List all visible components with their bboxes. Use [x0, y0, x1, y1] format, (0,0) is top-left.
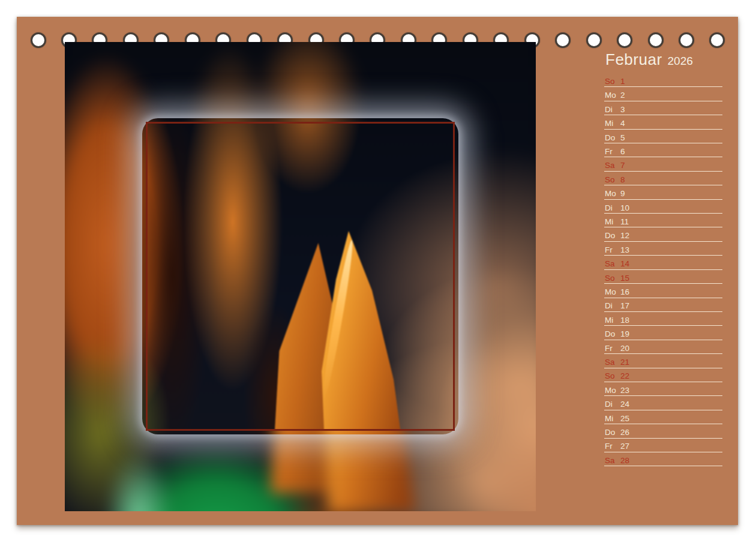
day-number: 26: [620, 428, 629, 437]
weekday-label: Mo: [605, 386, 620, 395]
day-row: Do19: [604, 326, 722, 340]
binding-hole: [648, 32, 664, 48]
weekday-label: Mo: [605, 288, 620, 296]
day-row: Di3: [604, 101, 722, 115]
day-number: 20: [620, 344, 629, 353]
calendar-title: Februar 2026: [605, 50, 693, 69]
day-row: Do12: [604, 227, 722, 241]
day-number: 24: [620, 400, 629, 409]
day-row: Mi11: [604, 214, 722, 227]
day-number: 1: [620, 77, 625, 86]
day-number: 22: [620, 372, 629, 380]
day-number: 18: [620, 316, 629, 325]
day-number: 6: [620, 148, 625, 156]
day-row: Mi25: [604, 410, 722, 424]
weekday-label: Mi: [605, 415, 620, 423]
day-number: 15: [620, 274, 629, 283]
binding-hole: [31, 32, 46, 48]
weekday-label: So: [605, 176, 620, 184]
year-label: 2026: [668, 55, 693, 68]
day-row: Fr6: [604, 143, 722, 157]
weekday-label: Sa: [605, 457, 620, 465]
day-row: Mi4: [604, 115, 722, 129]
upper-petal-streak: [233, 124, 383, 228]
weekday-label: Do: [605, 232, 620, 240]
binding-hole: [555, 32, 571, 48]
day-row: Mo2: [604, 87, 722, 101]
day-row: Di10: [604, 200, 722, 214]
day-row: Do5: [604, 130, 722, 143]
sharp-photo-inset: [148, 124, 453, 429]
inner-photo-frame: [146, 122, 455, 431]
weekday-label: Fr: [605, 442, 620, 451]
day-row: Fr13: [604, 242, 722, 256]
day-number: 9: [620, 190, 625, 198]
day-number: 12: [620, 232, 629, 240]
binding-hole: [617, 32, 632, 48]
day-list: So1Mo2Di3Mi4Do5Fr6Sa7So8Mo9Di10Mi11Do12F…: [604, 73, 722, 466]
day-row: Fr20: [604, 340, 722, 354]
weekday-label: Do: [605, 428, 620, 437]
binding-hole: [679, 32, 694, 48]
day-row: Di24: [604, 396, 722, 410]
day-row: Do26: [604, 424, 722, 438]
day-number: 4: [620, 119, 625, 128]
day-number: 21: [620, 358, 629, 367]
day-number: 19: [620, 330, 629, 338]
weekday-label: Sa: [605, 358, 620, 367]
day-number: 13: [620, 246, 629, 254]
binding-hole: [709, 32, 725, 48]
day-row: So15: [604, 270, 722, 284]
weekday-label: Mo: [605, 91, 620, 100]
day-row: Sa14: [604, 256, 722, 269]
green-highlight: [148, 411, 194, 429]
weekday-label: So: [605, 77, 620, 86]
day-number: 11: [620, 218, 629, 226]
weekday-label: Fr: [605, 148, 620, 156]
weekday-label: Mi: [605, 316, 620, 325]
day-number: 3: [620, 106, 625, 114]
weekday-label: Do: [605, 134, 620, 142]
day-row: So8: [604, 172, 722, 185]
day-number: 14: [620, 260, 629, 268]
weekday-label: Do: [605, 330, 620, 338]
calendar-page: Februar 2026 So1Mo2Di3Mi4Do5Fr6Sa7So8Mo9…: [0, 0, 756, 543]
weekday-label: Mi: [605, 119, 620, 128]
day-row: Di17: [604, 298, 722, 312]
weekday-label: Di: [605, 400, 620, 409]
tulip-photo: [65, 42, 536, 511]
day-number: 27: [620, 442, 629, 451]
weekday-label: Sa: [605, 260, 620, 268]
month-label: Februar: [605, 50, 662, 69]
day-row: Mo16: [604, 284, 722, 298]
weekday-label: Di: [605, 302, 620, 310]
weekday-label: Sa: [605, 161, 620, 170]
day-row: Mi18: [604, 312, 722, 326]
weekday-label: Fr: [605, 344, 620, 353]
day-number: 2: [620, 91, 625, 100]
calendar-sheet: Februar 2026 So1Mo2Di3Mi4Do5Fr6Sa7So8Mo9…: [17, 17, 738, 525]
weekday-label: Fr: [605, 246, 620, 254]
weekday-label: Di: [605, 204, 620, 212]
day-row: So1: [604, 73, 722, 87]
weekday-label: So: [605, 274, 620, 283]
day-number: 8: [620, 176, 625, 184]
day-number: 17: [620, 302, 629, 310]
day-row: Mo9: [604, 185, 722, 199]
day-row: Mo23: [604, 382, 722, 396]
day-row: So22: [604, 368, 722, 382]
weekday-label: Mi: [605, 218, 620, 226]
right-salmon-petal-2: [419, 372, 453, 429]
weekday-label: Mo: [605, 190, 620, 198]
day-number: 10: [620, 204, 629, 212]
day-number: 23: [620, 386, 629, 395]
day-row: Fr27: [604, 439, 722, 452]
day-row: Sa21: [604, 354, 722, 368]
weekday-label: So: [605, 372, 620, 380]
day-number: 25: [620, 415, 629, 423]
day-number: 5: [620, 134, 625, 142]
day-number: 16: [620, 288, 629, 296]
weekday-label: Di: [605, 106, 620, 114]
day-row: Sa28: [604, 452, 722, 466]
day-number: 7: [620, 161, 625, 170]
